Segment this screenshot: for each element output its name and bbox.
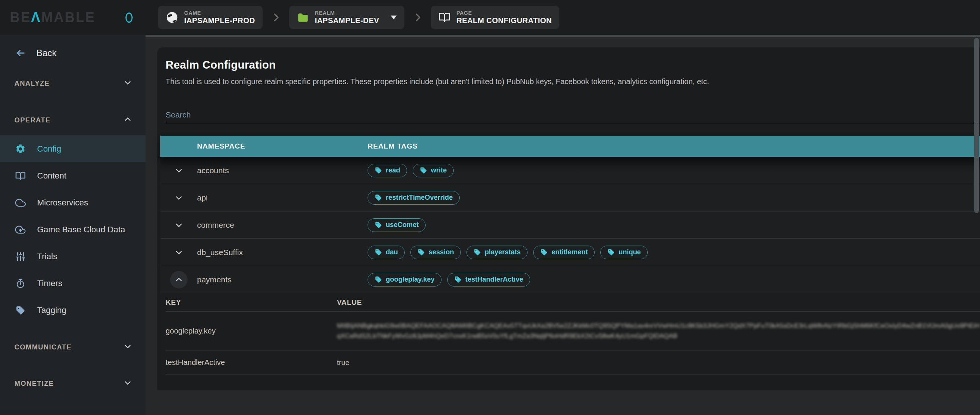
tag-chip-icon — [374, 275, 382, 283]
realm-tag-chip: playerstats — [466, 246, 528, 259]
section-label: MONETIZE — [14, 380, 54, 388]
book-icon — [439, 11, 450, 24]
config-key: googleplay.key — [165, 327, 216, 335]
page-description: This tool is used to configure realm spe… — [165, 77, 980, 86]
back-label: Back — [37, 48, 56, 58]
sidebar-item-timers[interactable]: Timers — [0, 270, 146, 297]
realm-tag-label: restrictTimeOverride — [386, 194, 453, 202]
realm-tag-chip: useComet — [368, 218, 426, 232]
search-input[interactable] — [165, 108, 980, 124]
sidebar-item-game-base-cloud-data[interactable]: Game Base Cloud Data — [0, 216, 146, 243]
chevron-down-icon — [124, 78, 132, 87]
table-row-payments[interactable]: payments googleplay.key testHandlerActiv… — [160, 266, 980, 293]
logo-wordmark: BEΛMABLE — [10, 10, 95, 25]
collapse-row-button[interactable] — [170, 271, 188, 288]
table-row-db_useSuffix[interactable]: db_useSuffix dau session playerstats ent… — [160, 239, 980, 266]
realm-dropdown-caret-icon[interactable] — [391, 16, 397, 19]
section-label: COMMUNICATE — [14, 343, 72, 351]
namespace-detail-table: KEY VALUE googleplay.key MIIBIjANBgkqhki… — [160, 293, 980, 374]
column-header-realm-tags: REALM TAGS — [368, 142, 980, 151]
breadcrumb-value: IAPSAMPLE-DEV — [315, 16, 379, 25]
cloud-upload-icon — [15, 224, 26, 235]
sidebar-item-tagging[interactable]: Tagging — [0, 297, 146, 324]
realm-tag-chip: testHandlerActive — [447, 273, 530, 286]
breadcrumb-separator — [271, 13, 281, 22]
realm-tag-label: googleplay.key — [386, 275, 435, 283]
chevron-down-icon — [124, 342, 132, 351]
section-label: OPERATE — [14, 116, 50, 124]
tag-chip-icon — [374, 194, 382, 202]
table-header-row: NAMESPACE REALM TAGS — [160, 136, 980, 157]
detail-row-testHandlerActive[interactable]: testHandlerActive true — [165, 351, 980, 374]
realm-tag-chip: unique — [600, 246, 648, 259]
column-header-namespace: NAMESPACE — [197, 142, 368, 151]
page-title: Realm Configuration — [165, 59, 980, 71]
breadcrumb: GAME IAPSAMPLE-PROD REALM IAPSAMPLE-DEV … — [158, 6, 559, 29]
chevron-up-icon — [124, 115, 132, 124]
sidebar-item-label: Microservices — [37, 198, 88, 208]
sidebar-section-communicate[interactable]: COMMUNICATE — [0, 340, 146, 355]
realm-tag-label: write — [431, 166, 447, 174]
realm-tag-label: entitlement — [551, 248, 588, 256]
realm-tag-label: testHandlerActive — [465, 275, 523, 283]
sidebar-item-microservices[interactable]: Microservices — [0, 189, 146, 216]
vertical-scrollbar-thumb[interactable] — [974, 38, 979, 213]
detail-row-googleplay-key[interactable]: googleplay.key MIIBIjANBgkqhkiG9w0BAQEFA… — [165, 312, 980, 351]
sidebar-section-operate[interactable]: OPERATE — [0, 113, 146, 128]
config-value: true — [337, 359, 349, 366]
chevron-up-icon — [175, 275, 183, 284]
column-header-key: KEY — [165, 298, 337, 307]
sidebar-item-trials[interactable]: Trials — [0, 243, 146, 270]
sidebar-item-content[interactable]: Content — [0, 162, 146, 189]
realm-tag-chip: session — [410, 246, 461, 259]
tag-chip-icon — [454, 275, 462, 283]
sidebar: Back ANALYZE OPERATE Config Content Micr… — [0, 35, 146, 415]
cloud-icon — [15, 197, 26, 208]
table-row-accounts[interactable]: accounts read write — [160, 157, 980, 184]
breadcrumb-item-page[interactable]: PAGE REALM CONFIGURATION — [431, 6, 559, 29]
back-button[interactable]: Back — [0, 45, 146, 61]
sidebar-section-monetize[interactable]: MONETIZE — [0, 376, 146, 391]
tag-chip-icon — [420, 166, 428, 174]
namespace-name: payments — [197, 275, 232, 284]
config-value: MIIBIjANBgkqhkiG9w0BAQEFAAOCAQ8AMIIBCgKC… — [337, 322, 980, 339]
tag-chip-icon — [374, 221, 382, 229]
breadcrumb-item-realm[interactable]: REALM IAPSAMPLE-DEV — [289, 6, 405, 29]
sidebar-item-label: Timers — [37, 278, 62, 288]
sliders-icon — [15, 251, 26, 262]
beamable-logo: BEΛMABLE — [0, 0, 146, 35]
realm-tag-label: read — [386, 166, 400, 174]
realm-tag-chip: write — [413, 164, 453, 177]
namespace-name: api — [197, 193, 208, 202]
chevron-down-icon — [175, 166, 183, 175]
expand-row-button[interactable] — [170, 244, 188, 261]
breadcrumb-item-game[interactable]: GAME IAPSAMPLE-PROD — [158, 6, 262, 29]
config-key: testHandlerActive — [165, 358, 225, 366]
table-row-commerce[interactable]: commerce useComet — [160, 211, 980, 239]
realm-tag-label: session — [429, 248, 454, 256]
expand-row-button[interactable] — [170, 189, 188, 207]
column-header-value: VALUE — [337, 298, 980, 307]
chevron-down-icon — [175, 194, 183, 202]
sidebar-section-analyze[interactable]: ANALYZE — [0, 76, 146, 91]
expand-row-button[interactable] — [170, 162, 188, 179]
stopwatch-icon — [15, 278, 26, 289]
table-row-api[interactable]: api restrictTimeOverride — [160, 184, 980, 211]
breadcrumb-kind-label: GAME — [184, 10, 255, 16]
breadcrumb-kind-label: PAGE — [456, 10, 552, 16]
breadcrumb-separator — [413, 13, 423, 22]
tag-chip-icon — [417, 248, 425, 256]
tag-chip-icon — [607, 248, 615, 256]
detail-header-row: KEY VALUE — [165, 293, 980, 312]
realm-tag-label: unique — [619, 248, 641, 256]
breadcrumb-value: REALM CONFIGURATION — [456, 16, 552, 25]
namespace-name: accounts — [197, 166, 229, 175]
realm-tag-label: playerstats — [485, 248, 521, 256]
realm-tag-chip: entitlement — [533, 246, 595, 259]
realm-tag-chip: read — [368, 164, 407, 177]
expand-row-button[interactable] — [170, 216, 188, 234]
folder-icon — [297, 11, 309, 24]
realm-tag-label: dau — [386, 248, 398, 256]
sidebar-item-config[interactable]: Config — [0, 135, 146, 162]
tag-chip-icon — [374, 248, 382, 256]
